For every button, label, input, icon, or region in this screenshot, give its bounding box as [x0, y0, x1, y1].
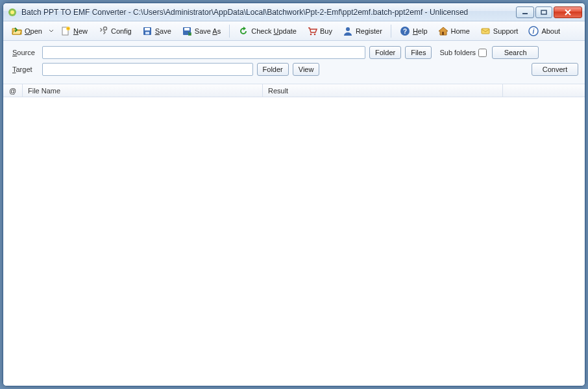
subfolders-label: Sub folders: [439, 49, 476, 56]
buy-label: Buy: [320, 27, 332, 35]
home-label: Home: [451, 27, 470, 35]
target-row: Target Folder View Convert: [12, 63, 578, 76]
source-files-button[interactable]: Files: [405, 46, 432, 59]
subfolders-checkbox-wrap[interactable]: Sub folders: [439, 49, 487, 57]
help-icon: ?: [400, 26, 410, 36]
minimize-icon: [522, 10, 528, 15]
svg-rect-2: [522, 13, 528, 14]
title-bar: Batch PPT TO EMF Converter - C:\Users\Ad…: [3, 3, 585, 21]
col-spacer: [503, 84, 585, 97]
saveas-button[interactable]: Save As: [177, 24, 225, 38]
saveas-icon: [182, 26, 192, 36]
minimize-button[interactable]: [516, 6, 534, 18]
svg-point-1: [10, 10, 14, 14]
support-icon: [480, 26, 491, 36]
svg-rect-3: [541, 10, 546, 14]
table-header: @ File Name Result: [3, 84, 585, 97]
user-icon: [343, 26, 353, 36]
toolbar-separator: [391, 25, 391, 38]
window-title: Batch PPT TO EMF Converter - C:\Users\Ad…: [21, 8, 516, 17]
saveas-label: Save As: [195, 27, 221, 35]
source-input[interactable]: [42, 46, 365, 59]
open-button[interactable]: OOpenpen: [7, 24, 47, 38]
save-icon: [142, 26, 153, 36]
config-icon: [98, 26, 108, 36]
col-at[interactable]: @: [3, 84, 23, 97]
maximize-icon: [541, 10, 547, 15]
help-label: Help: [413, 27, 428, 35]
new-button[interactable]: New: [56, 24, 92, 38]
new-file-icon: [60, 26, 71, 36]
source-folder-button[interactable]: Folder: [369, 46, 401, 59]
cart-icon: [307, 26, 317, 36]
app-icon: [7, 7, 18, 18]
app-window: Batch PPT TO EMF Converter - C:\Users\Ad…: [3, 3, 585, 386]
target-input[interactable]: [42, 63, 253, 76]
svg-rect-9: [145, 32, 149, 34]
home-button[interactable]: Home: [434, 24, 474, 38]
register-label: Register: [356, 27, 382, 35]
svg-rect-18: [482, 29, 489, 34]
open-label: OOpenpen: [25, 27, 42, 35]
about-button[interactable]: i About: [524, 24, 565, 38]
check-update-label: Check Update: [251, 27, 297, 35]
form-area: Source Folder Files Sub folders Search T…: [3, 41, 585, 84]
view-button[interactable]: View: [293, 63, 320, 76]
maximize-button[interactable]: [535, 6, 552, 18]
results-table: @ File Name Result: [3, 84, 585, 386]
config-label: Config: [111, 27, 132, 35]
save-button[interactable]: Save: [138, 24, 176, 38]
svg-point-14: [346, 27, 350, 31]
svg-rect-11: [184, 28, 190, 30]
svg-text:?: ?: [403, 28, 407, 35]
close-button[interactable]: [554, 6, 582, 18]
about-label: About: [541, 27, 560, 35]
refresh-icon: [238, 26, 249, 36]
svg-point-6: [103, 27, 106, 30]
buy-button[interactable]: Buy: [302, 24, 337, 38]
close-icon: [564, 9, 572, 16]
svg-rect-17: [442, 32, 444, 35]
help-button[interactable]: ? Help: [395, 24, 432, 38]
open-dropdown[interactable]: [48, 24, 55, 38]
chevron-down-icon: [49, 29, 54, 33]
source-label: Source: [12, 49, 38, 56]
target-label: Target: [12, 65, 38, 73]
subfolders-checkbox[interactable]: [478, 49, 487, 57]
folder-open-icon: [12, 26, 22, 36]
toolbar-separator: [229, 25, 230, 38]
search-button[interactable]: Search: [492, 46, 539, 59]
col-result[interactable]: Result: [263, 84, 503, 97]
support-button[interactable]: Support: [476, 24, 523, 38]
info-icon: i: [528, 26, 539, 36]
convert-button[interactable]: Convert: [532, 63, 578, 76]
check-update-button[interactable]: Check Update: [234, 24, 301, 38]
svg-point-12: [310, 33, 312, 35]
target-folder-button[interactable]: Folder: [257, 63, 289, 76]
register-button[interactable]: Register: [338, 24, 387, 38]
toolbar: OOpenpen New Config Save: [3, 21, 585, 41]
home-icon: [438, 26, 448, 36]
svg-rect-8: [145, 28, 150, 30]
svg-text:i: i: [533, 28, 535, 35]
support-label: Support: [493, 27, 519, 35]
col-filename[interactable]: File Name: [23, 84, 263, 97]
source-row: Source Folder Files Sub folders Search: [12, 46, 578, 59]
new-label: New: [73, 27, 88, 35]
svg-point-13: [314, 33, 316, 35]
save-label: Save: [155, 27, 171, 35]
window-controls: [516, 6, 582, 18]
config-button[interactable]: Config: [93, 24, 136, 38]
